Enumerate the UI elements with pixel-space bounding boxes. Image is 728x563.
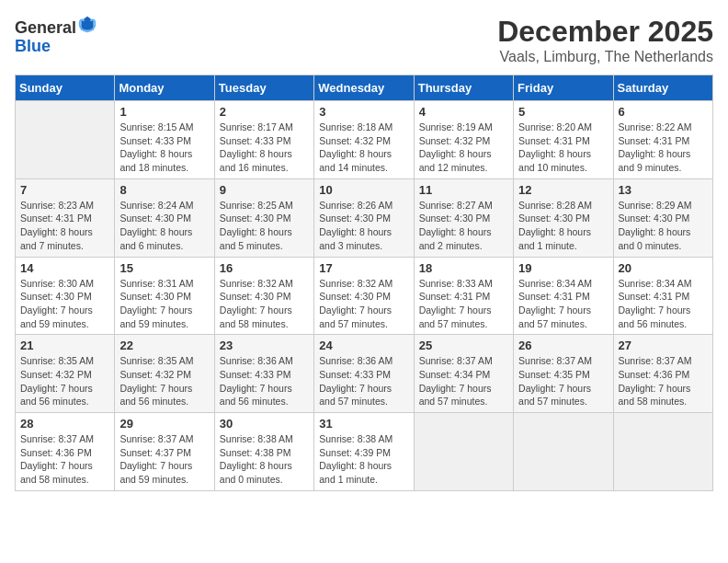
weekday-header-wednesday: Wednesday <box>314 75 414 101</box>
day-number: 13 <box>619 183 708 197</box>
day-number: 20 <box>619 261 708 275</box>
logo-general-text: General <box>15 18 76 37</box>
day-info: Sunrise: 8:32 AMSunset: 4:30 PMDaylight:… <box>319 277 408 331</box>
calendar-cell: 31Sunrise: 8:38 AMSunset: 4:39 PMDayligh… <box>314 413 414 491</box>
calendar-cell: 6Sunrise: 8:22 AMSunset: 4:31 PMDaylight… <box>613 101 712 179</box>
day-info: Sunrise: 8:37 AMSunset: 4:34 PMDaylight:… <box>419 354 508 408</box>
calendar-cell: 17Sunrise: 8:32 AMSunset: 4:30 PMDayligh… <box>314 257 414 335</box>
calendar-cell <box>613 413 712 491</box>
day-info: Sunrise: 8:30 AMSunset: 4:30 PMDaylight:… <box>20 277 109 331</box>
day-number: 16 <box>220 261 309 275</box>
day-info: Sunrise: 8:26 AMSunset: 4:30 PMDaylight:… <box>319 199 408 253</box>
day-number: 8 <box>119 183 209 197</box>
day-number: 2 <box>220 105 309 119</box>
day-info: Sunrise: 8:25 AMSunset: 4:30 PMDaylight:… <box>220 199 309 253</box>
calendar-cell: 15Sunrise: 8:31 AMSunset: 4:30 PMDayligh… <box>115 257 214 335</box>
calendar-cell: 25Sunrise: 8:37 AMSunset: 4:34 PMDayligh… <box>414 335 513 413</box>
calendar-title: December 2025 <box>497 15 713 49</box>
header: General Blue December 2025 Vaals, Limbur… <box>15 15 713 65</box>
day-number: 3 <box>319 105 408 119</box>
calendar-cell: 28Sunrise: 8:37 AMSunset: 4:36 PMDayligh… <box>16 413 115 491</box>
day-number: 30 <box>220 417 309 431</box>
day-info: Sunrise: 8:23 AMSunset: 4:31 PMDaylight:… <box>20 199 109 253</box>
calendar-cell: 11Sunrise: 8:27 AMSunset: 4:30 PMDayligh… <box>414 178 513 257</box>
day-info: Sunrise: 8:35 AMSunset: 4:32 PMDaylight:… <box>20 354 109 408</box>
day-number: 25 <box>419 339 508 352</box>
day-number: 21 <box>20 339 109 352</box>
calendar-cell: 4Sunrise: 8:19 AMSunset: 4:32 PMDaylight… <box>414 101 513 179</box>
day-info: Sunrise: 8:17 AMSunset: 4:33 PMDaylight:… <box>220 121 309 175</box>
day-info: Sunrise: 8:31 AMSunset: 4:30 PMDaylight:… <box>119 277 209 331</box>
day-info: Sunrise: 8:36 AMSunset: 4:33 PMDaylight:… <box>220 354 309 408</box>
calendar-cell: 1Sunrise: 8:15 AMSunset: 4:33 PMDaylight… <box>115 101 214 179</box>
title-area: December 2025 Vaals, Limburg, The Nether… <box>497 15 713 65</box>
day-info: Sunrise: 8:37 AMSunset: 4:36 PMDaylight:… <box>619 354 708 408</box>
day-info: Sunrise: 8:20 AMSunset: 4:31 PMDaylight:… <box>518 121 608 175</box>
calendar-cell <box>16 101 115 179</box>
day-number: 9 <box>220 183 309 197</box>
day-info: Sunrise: 8:19 AMSunset: 4:32 PMDaylight:… <box>419 121 508 175</box>
day-info: Sunrise: 8:37 AMSunset: 4:37 PMDaylight:… <box>119 432 209 487</box>
day-number: 18 <box>419 261 508 275</box>
day-info: Sunrise: 8:37 AMSunset: 4:36 PMDaylight:… <box>20 432 109 487</box>
logo: General Blue <box>15 15 97 56</box>
calendar-cell: 23Sunrise: 8:36 AMSunset: 4:33 PMDayligh… <box>214 335 313 413</box>
calendar-cell: 3Sunrise: 8:18 AMSunset: 4:32 PMDaylight… <box>314 101 414 179</box>
day-info: Sunrise: 8:37 AMSunset: 4:35 PMDaylight:… <box>518 354 608 408</box>
weekday-header-friday: Friday <box>514 75 613 101</box>
day-number: 15 <box>119 261 209 275</box>
day-number: 28 <box>20 417 109 431</box>
day-info: Sunrise: 8:36 AMSunset: 4:33 PMDaylight:… <box>319 354 408 408</box>
calendar-cell: 18Sunrise: 8:33 AMSunset: 4:31 PMDayligh… <box>414 257 513 335</box>
day-info: Sunrise: 8:15 AMSunset: 4:33 PMDaylight:… <box>119 121 209 175</box>
day-info: Sunrise: 8:22 AMSunset: 4:31 PMDaylight:… <box>619 121 708 175</box>
day-number: 12 <box>518 183 608 197</box>
calendar-cell: 19Sunrise: 8:34 AMSunset: 4:31 PMDayligh… <box>514 257 613 335</box>
calendar-cell: 9Sunrise: 8:25 AMSunset: 4:30 PMDaylight… <box>214 178 313 257</box>
calendar-table: SundayMondayTuesdayWednesdayThursdayFrid… <box>15 75 713 491</box>
day-number: 4 <box>419 105 508 119</box>
day-number: 5 <box>518 105 608 119</box>
day-number: 19 <box>518 261 608 275</box>
calendar-cell: 24Sunrise: 8:36 AMSunset: 4:33 PMDayligh… <box>314 335 414 413</box>
day-info: Sunrise: 8:29 AMSunset: 4:30 PMDaylight:… <box>619 199 708 253</box>
calendar-cell: 22Sunrise: 8:35 AMSunset: 4:32 PMDayligh… <box>115 335 214 413</box>
day-info: Sunrise: 8:38 AMSunset: 4:39 PMDaylight:… <box>319 432 408 487</box>
calendar-cell: 21Sunrise: 8:35 AMSunset: 4:32 PMDayligh… <box>16 335 115 413</box>
calendar-cell <box>514 413 613 491</box>
day-number: 1 <box>119 105 209 119</box>
day-info: Sunrise: 8:24 AMSunset: 4:30 PMDaylight:… <box>119 199 209 253</box>
calendar-cell: 26Sunrise: 8:37 AMSunset: 4:35 PMDayligh… <box>514 335 613 413</box>
day-number: 31 <box>319 417 408 431</box>
day-info: Sunrise: 8:38 AMSunset: 4:38 PMDaylight:… <box>220 432 309 487</box>
day-info: Sunrise: 8:27 AMSunset: 4:30 PMDaylight:… <box>419 199 508 253</box>
day-number: 22 <box>119 339 209 352</box>
calendar-subtitle: Vaals, Limburg, The Netherlands <box>497 49 713 65</box>
calendar-cell: 29Sunrise: 8:37 AMSunset: 4:37 PMDayligh… <box>115 413 214 491</box>
day-number: 14 <box>20 261 109 275</box>
day-number: 23 <box>220 339 309 352</box>
day-number: 27 <box>619 339 708 352</box>
day-number: 29 <box>119 417 209 431</box>
calendar-cell: 27Sunrise: 8:37 AMSunset: 4:36 PMDayligh… <box>613 335 712 413</box>
calendar-cell: 20Sunrise: 8:34 AMSunset: 4:31 PMDayligh… <box>613 257 712 335</box>
day-number: 24 <box>319 339 408 352</box>
calendar-cell: 2Sunrise: 8:17 AMSunset: 4:33 PMDaylight… <box>214 101 313 179</box>
day-info: Sunrise: 8:28 AMSunset: 4:30 PMDaylight:… <box>518 199 608 253</box>
day-number: 6 <box>619 105 708 119</box>
calendar-cell: 16Sunrise: 8:32 AMSunset: 4:30 PMDayligh… <box>214 257 313 335</box>
logo-icon <box>78 15 97 33</box>
day-info: Sunrise: 8:18 AMSunset: 4:32 PMDaylight:… <box>319 121 408 175</box>
weekday-header-thursday: Thursday <box>414 75 513 101</box>
calendar-cell: 12Sunrise: 8:28 AMSunset: 4:30 PMDayligh… <box>514 178 613 257</box>
weekday-header-saturday: Saturday <box>613 75 712 101</box>
day-number: 17 <box>319 261 408 275</box>
calendar-cell: 10Sunrise: 8:26 AMSunset: 4:30 PMDayligh… <box>314 178 414 257</box>
day-number: 11 <box>419 183 508 197</box>
day-info: Sunrise: 8:33 AMSunset: 4:31 PMDaylight:… <box>419 277 508 331</box>
weekday-header-monday: Monday <box>115 75 214 101</box>
day-info: Sunrise: 8:35 AMSunset: 4:32 PMDaylight:… <box>119 354 209 408</box>
calendar-cell: 30Sunrise: 8:38 AMSunset: 4:38 PMDayligh… <box>214 413 313 491</box>
calendar-cell: 13Sunrise: 8:29 AMSunset: 4:30 PMDayligh… <box>613 178 712 257</box>
day-number: 26 <box>518 339 608 352</box>
